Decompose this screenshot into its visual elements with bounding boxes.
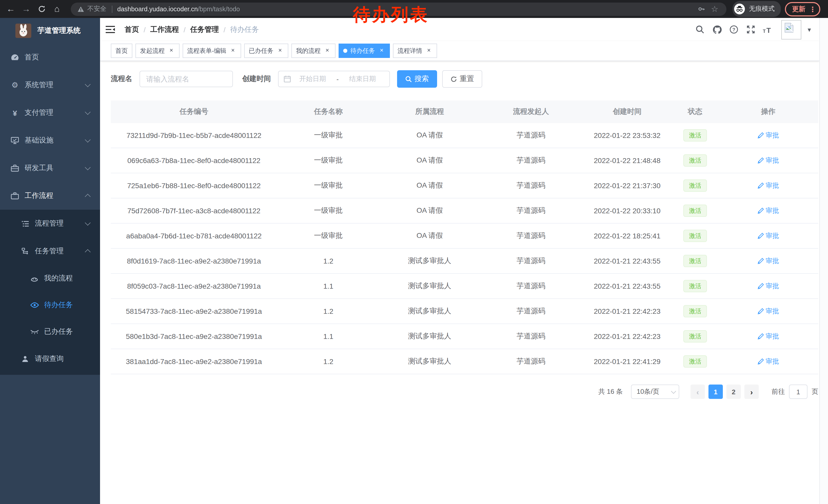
next-page-button[interactable]: › (744, 384, 759, 399)
font-size-icon[interactable]: TT (759, 18, 776, 41)
page-scrollbar[interactable] (819, 18, 828, 504)
browser-menu-kebab-icon[interactable]: ⋮ (809, 5, 816, 13)
status-badge: 激活 (683, 179, 707, 192)
page-size-select[interactable]: 10条/页 (631, 384, 679, 399)
approve-button[interactable]: 审批 (757, 357, 779, 366)
col-task-name: 任务名称 (277, 107, 380, 117)
sidebar-item-leave-query[interactable]: 请假查询 (0, 345, 100, 373)
status-badge: 激活 (683, 129, 707, 141)
close-icon[interactable]: × (425, 47, 432, 54)
main-content: 流程名 创建时间 开始日期 - 结束日期 搜索 重置 (100, 61, 819, 504)
reset-button[interactable]: 重置 (442, 70, 482, 88)
end-date-placeholder: 结束日期 (341, 74, 384, 84)
breadcrumb-home[interactable]: 首页 (125, 25, 139, 34)
approve-button[interactable]: 审批 (757, 307, 779, 316)
table-body: 73211d9d-7b9b-11ec-b5b7-acde48001122 一级审… (111, 123, 818, 374)
sidebar: 芋道管理系统 首页 ⚙ 系统管理 ¥ 支付管理 (0, 18, 100, 504)
sidebar-item-system[interactable]: ⚙ 系统管理 (0, 71, 100, 99)
sidebar-item-todo-tasks[interactable]: 待办任务 (0, 292, 100, 318)
approve-button[interactable]: 审批 (757, 156, 779, 165)
fullscreen-icon[interactable] (742, 18, 759, 41)
tab-process-detail[interactable]: 流程详情 × (393, 44, 437, 58)
user-avatar[interactable] (781, 20, 801, 39)
chevron-down-icon (671, 388, 676, 394)
avatar-caret-icon[interactable]: ▼ (806, 27, 812, 33)
search-icon[interactable] (692, 18, 708, 41)
table-row: 069c6a63-7b8a-11ec-8ef0-acde48001122 一级审… (111, 148, 818, 173)
approve-button[interactable]: 审批 (757, 256, 779, 266)
table-row: 725a1eb6-7b88-11ec-8ef0-acde48001122 一级审… (111, 173, 818, 198)
tab-process-form-edit[interactable]: 流程表单-编辑 × (182, 44, 241, 58)
goto-page-input[interactable] (789, 384, 808, 399)
edit-pen-icon (757, 233, 763, 239)
page-button-2[interactable]: 2 (727, 384, 741, 399)
table-row: 580e1b3d-7ac8-11ec-a9e2-a2380e71991a 1.1… (111, 324, 818, 349)
incognito-icon (734, 4, 745, 14)
approve-button[interactable]: 审批 (757, 332, 779, 341)
date-range-picker[interactable]: 开始日期 - 结束日期 (278, 71, 390, 87)
browser-home-icon[interactable]: ⌂ (49, 2, 65, 16)
browser-update-button[interactable]: 更新 ⋮ (785, 2, 820, 16)
tab-start-process[interactable]: 发起流程 × (135, 44, 179, 58)
sidebar-item-payment[interactable]: ¥ 支付管理 (0, 99, 100, 127)
password-key-icon[interactable] (695, 5, 708, 13)
approve-button[interactable]: 审批 (757, 206, 779, 215)
logo-avatar (15, 24, 31, 38)
sidebar-item-done-tasks[interactable]: 已办任务 (0, 318, 100, 345)
sidebar-item-my-process[interactable]: 我的流程 (0, 265, 100, 292)
close-icon[interactable]: × (324, 47, 331, 54)
table-row: 75d72608-7b7f-11ec-a3c8-acde48001122 一级审… (111, 198, 818, 224)
approve-button[interactable]: 审批 (757, 131, 779, 140)
approve-button[interactable]: 审批 (757, 281, 779, 291)
approve-button[interactable]: 审批 (757, 231, 779, 240)
bookmark-star-icon[interactable]: ☆ (708, 4, 721, 14)
sidebar-item-devtools[interactable]: 研发工具 (0, 154, 100, 182)
sidebar-item-home[interactable]: 首页 (0, 44, 100, 71)
breadcrumb-task-mgmt[interactable]: 任务管理 (190, 25, 219, 34)
browser-reload-icon[interactable] (34, 2, 49, 16)
not-secure-warning-icon (76, 6, 85, 12)
sidebar-item-process-mgmt[interactable]: 流程管理 (0, 210, 100, 237)
tab-done-tasks[interactable]: 已办任务 × (244, 44, 288, 58)
close-icon[interactable]: × (378, 47, 385, 54)
breadcrumb: 首页 / 工作流程 / 任务管理 / 待办任务 (125, 25, 259, 34)
help-question-icon[interactable]: ? (726, 18, 742, 41)
page-button-1[interactable]: 1 (708, 384, 723, 399)
tab-my-process[interactable]: 我的流程 × (291, 44, 335, 58)
browser-back-icon[interactable]: ← (3, 2, 18, 16)
close-icon[interactable]: × (277, 47, 284, 54)
process-name-label: 流程名 (111, 74, 132, 84)
tab-home[interactable]: 首页 (111, 44, 132, 58)
eye-closed-icon (30, 329, 39, 334)
app-logo[interactable]: 芋道管理系统 (0, 18, 100, 44)
tags-view: 首页 发起流程 × 流程表单-编辑 × 已办任务 × 我的流程 × 待办任务 ×… (100, 41, 819, 61)
address-bar[interactable]: 不安全 dashboard.yudao.iocoder.cn/bpm/task/… (71, 2, 727, 16)
tab-todo-tasks[interactable]: 待办任务 × (339, 44, 390, 58)
breadcrumb-workflow[interactable]: 工作流程 (150, 25, 179, 34)
chevron-down-icon (85, 81, 91, 87)
sidebar-item-task-mgmt[interactable]: 任务管理 (0, 237, 100, 265)
edit-pen-icon (757, 283, 763, 289)
sidebar-item-infra[interactable]: 基础设施 (0, 127, 100, 154)
workflow-submenu: 流程管理 任务管理 我的流程 (0, 210, 100, 375)
approve-button[interactable]: 审批 (757, 181, 779, 190)
sidebar-fold-icon[interactable] (100, 18, 121, 41)
close-icon[interactable]: × (229, 47, 237, 54)
close-icon[interactable]: × (168, 47, 175, 54)
broken-image-icon (784, 22, 794, 33)
monitor-icon (10, 137, 19, 144)
github-icon[interactable] (708, 18, 726, 41)
search-button[interactable]: 搜索 (397, 70, 437, 88)
prev-page-button[interactable]: ‹ (691, 384, 705, 399)
process-name-input[interactable] (139, 71, 233, 87)
col-actions: 操作 (718, 107, 818, 117)
active-tab-dot (343, 49, 347, 53)
breadcrumb-current: 待办任务 (230, 25, 259, 34)
edit-pen-icon (757, 157, 763, 164)
page-unit-label: 页 (812, 387, 818, 396)
table-row: 73211d9d-7b9b-11ec-b5b7-acde48001122 一级审… (111, 123, 818, 148)
app-header: 首页 / 工作流程 / 任务管理 / 待办任务 ? TT (100, 18, 819, 41)
sidebar-item-workflow[interactable]: 工作流程 (0, 182, 100, 210)
incognito-badge: 无痕模式 (733, 1, 781, 17)
browser-forward-icon[interactable]: → (18, 2, 34, 16)
